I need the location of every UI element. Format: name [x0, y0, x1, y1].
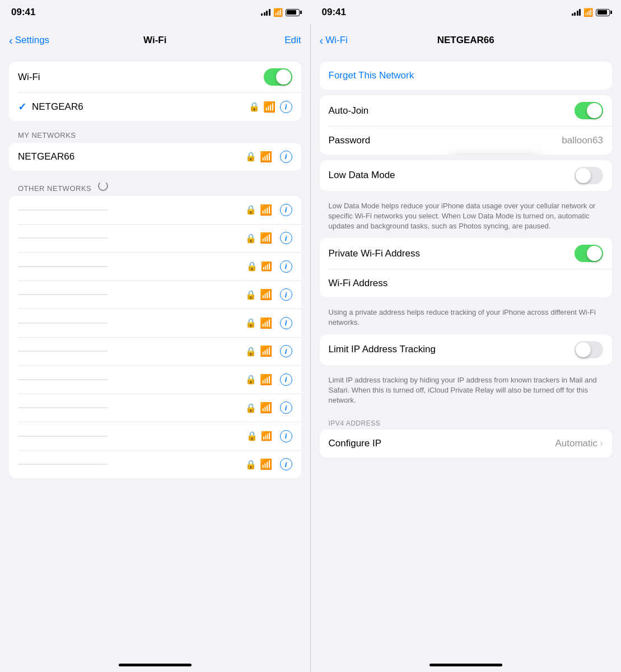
info-icon-11[interactable]: i: [280, 430, 292, 442]
wifi-row: Wi-Fi: [9, 62, 301, 92]
edit-button[interactable]: Edit: [284, 35, 301, 46]
info-icon-12[interactable]: i: [280, 458, 292, 470]
right-content: Forget This Network Auto-Join Copy Speak: [311, 56, 622, 658]
info-icon-4[interactable]: i: [280, 232, 292, 244]
info-icon-6[interactable]: i: [280, 288, 292, 301]
low-data-toggle[interactable]: [575, 167, 603, 184]
auto-join-card: Auto-Join Copy Speak Password balloon63: [320, 95, 613, 155]
lock-icon-5: 🔒: [246, 261, 258, 272]
bar1: [261, 13, 263, 16]
my-networks-label: MY NETWORKS: [9, 127, 301, 143]
info-icon-8[interactable]: i: [280, 345, 292, 357]
wifi-label: Wi-Fi: [18, 72, 264, 83]
info-icon-5[interactable]: i: [280, 260, 292, 273]
other-network-row[interactable]: 🔒 📶 i: [9, 281, 301, 309]
limit-ip-label: Limit IP Address Tracking: [329, 344, 436, 355]
network-icons-5: 🔒 📶 i: [243, 260, 292, 273]
wifi-address-label: Wi-Fi Address: [329, 278, 388, 289]
bar3: [266, 11, 268, 16]
right-panel: ‹ Wi-Fi NETGEAR66 Forget This Network Au…: [311, 25, 622, 672]
other-network-row[interactable]: 🔒 📶 i: [9, 253, 301, 281]
limit-ip-toggle[interactable]: [575, 341, 603, 358]
network-icons-6: 🔒 📶 i: [242, 288, 292, 301]
settings-back-button[interactable]: ‹ Settings: [9, 34, 49, 47]
chevron-icon: ›: [600, 437, 603, 449]
right-status-icons: 📶: [572, 8, 610, 17]
battery-icon: [286, 9, 300, 16]
wifi-address-description: Using a private address helps reduce tra…: [320, 303, 613, 334]
back-chevron-icon: ‹: [9, 34, 13, 47]
other-networks-label: OTHER NETWORKS: [9, 176, 301, 196]
forget-network-row[interactable]: Forget This Network: [320, 62, 613, 90]
network-name-placeholder: [18, 237, 108, 239]
wifi-toggle[interactable]: [264, 68, 292, 86]
info-icon-9[interactable]: i: [280, 374, 292, 386]
bar3: [577, 11, 578, 16]
info-icon-10[interactable]: i: [280, 402, 292, 414]
other-networks-card: 🔒 📶 i 🔒 📶 i: [9, 196, 301, 479]
other-network-row[interactable]: 🔒 📶 i: [9, 450, 301, 478]
private-wifi-card: Private Wi-Fi Address Wi-Fi Address: [320, 238, 613, 297]
wifi-icon-7: 📶: [260, 317, 272, 329]
lock-icon: 🔒: [249, 101, 260, 112]
configure-ip-row[interactable]: Configure IP Automatic ›: [320, 430, 613, 458]
right-time: 09:41: [322, 7, 346, 18]
private-wifi-label: Private Wi-Fi Address: [329, 248, 420, 259]
network-icons-7: 🔒 📶 i: [242, 317, 292, 329]
auto-join-thumb: [587, 103, 602, 118]
right-nav: ‹ Wi-Fi NETGEAR66: [311, 25, 622, 56]
other-network-row[interactable]: 🔒 📶 i: [9, 224, 301, 252]
forget-network-card: Forget This Network: [320, 62, 613, 90]
lock-icon-3: 🔒: [245, 204, 256, 215]
network-name-placeholder: [18, 464, 108, 465]
network-name-placeholder: [18, 266, 108, 267]
wifi-back-button[interactable]: ‹ Wi-Fi: [320, 34, 348, 47]
wifi-icon: 📶: [273, 8, 283, 17]
connected-network-row[interactable]: ✓ NETGEAR6 🔒 📶 i: [9, 93, 301, 121]
auto-join-label: Auto-Join: [329, 105, 369, 116]
left-nav: ‹ Settings Wi-Fi Edit: [0, 25, 310, 56]
network-name-placeholder: [18, 407, 108, 408]
configure-ip-label: Configure IP: [329, 438, 382, 449]
other-network-row[interactable]: 🔒 📶 i: [9, 337, 301, 365]
wifi-icon-4: 📶: [260, 232, 272, 244]
checkmark-icon: ✓: [18, 101, 26, 113]
info-icon[interactable]: i: [280, 101, 292, 113]
info-icon-2[interactable]: i: [280, 151, 292, 163]
wifi-signal-icon: 📶: [263, 101, 276, 113]
auto-join-toggle[interactable]: [575, 102, 603, 119]
my-network-row[interactable]: NETGEAR66 🔒 📶 i: [9, 143, 301, 171]
limit-ip-card: Limit IP Address Tracking: [320, 334, 613, 365]
network-icons-8: 🔒 📶 i: [242, 345, 292, 357]
right-home-indicator: [429, 664, 502, 666]
private-wifi-toggle[interactable]: [575, 245, 603, 262]
battery-fill: [287, 10, 296, 15]
bar1: [572, 13, 573, 16]
other-network-row[interactable]: 🔒 📶 i: [9, 309, 301, 337]
left-status-icons: 📶: [261, 8, 300, 17]
auto-join-row: Auto-Join: [320, 95, 613, 126]
info-icon-3[interactable]: i: [280, 204, 292, 216]
private-wifi-thumb: [587, 246, 602, 261]
forget-network-label: Forget This Network: [329, 70, 604, 81]
lock-icon-10: 🔒: [245, 403, 256, 413]
right-bottom-bar: [311, 658, 622, 672]
other-network-row[interactable]: 🔒 📶 i: [9, 422, 301, 450]
network-name-placeholder: [18, 294, 108, 295]
other-network-row[interactable]: 🔒 📶 i: [9, 366, 301, 394]
network-icons-9: 🔒 📶 i: [242, 374, 292, 386]
right-wifi-icon: 📶: [583, 8, 593, 17]
other-network-row[interactable]: 🔒 📶 i: [9, 394, 301, 422]
lock-icon-12: 🔒: [245, 459, 256, 470]
left-nav-title: Wi-Fi: [143, 35, 166, 46]
right-battery-icon: [596, 9, 610, 16]
low-data-card: Low Data Mode: [320, 160, 613, 191]
ipv4-section-label: IPV4 ADDRESS: [320, 413, 613, 430]
other-network-row[interactable]: 🔒 📶 i: [9, 196, 301, 224]
info-icon-7[interactable]: i: [280, 317, 292, 329]
password-row[interactable]: Password balloon63: [320, 127, 613, 155]
panels: ‹ Settings Wi-Fi Edit Wi-Fi ✓ NETGEAR6: [0, 25, 621, 672]
wifi-icon-11: 📶: [261, 431, 272, 441]
wifi-icon-3: 📶: [260, 204, 272, 216]
lock-icon-2: 🔒: [245, 151, 256, 162]
